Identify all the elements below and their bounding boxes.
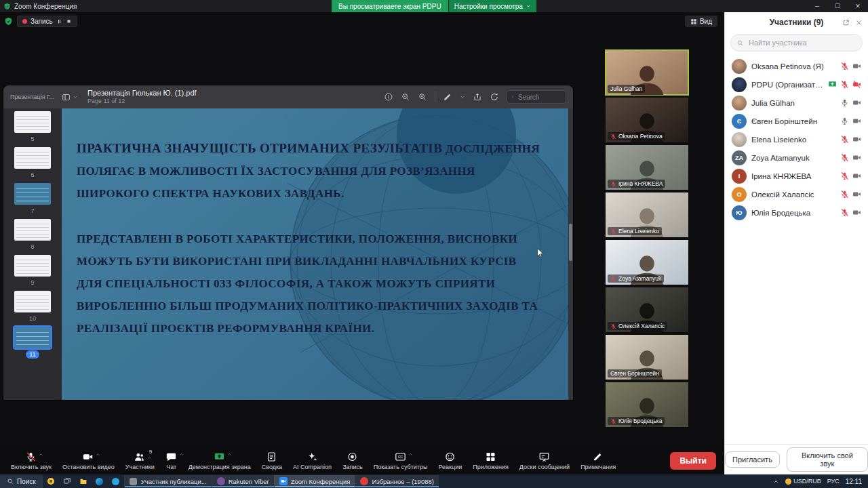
participant-row[interactable]: Elena Liseienko: [725, 130, 868, 148]
camera-icon[interactable]: [852, 171, 861, 180]
camera-icon[interactable]: [852, 62, 861, 70]
whiteboards-button[interactable]: Доски сообщений: [514, 447, 575, 474]
chat-button[interactable]: Чат: [160, 447, 183, 474]
chevron-up-icon[interactable]: [227, 452, 232, 457]
camera-off-icon[interactable]: [852, 80, 861, 89]
camera-icon[interactable]: [852, 135, 861, 144]
close-panel-icon[interactable]: [855, 19, 863, 26]
pdf-scrollbar[interactable]: [568, 108, 573, 400]
video-tile[interactable]: Oksana Petinova: [606, 98, 688, 142]
chevron-down-icon[interactable]: [460, 94, 465, 100]
zoom-in-icon[interactable]: [418, 92, 427, 102]
participant-row[interactable]: PDPU (Организатор): [725, 75, 868, 94]
markup-pen-icon[interactable]: [443, 92, 452, 102]
pdf-search-input[interactable]: [517, 93, 561, 102]
video-tile-active-speaker[interactable]: Julia Gülhan: [606, 50, 688, 95]
chevron-up-icon[interactable]: [39, 452, 43, 457]
camera-icon[interactable]: [852, 153, 861, 162]
taskbar-window-viber[interactable]: Rakuten Viber: [212, 475, 274, 487]
close-button[interactable]: ✕: [848, 0, 868, 12]
file-explorer-icon[interactable]: [75, 474, 92, 488]
participant-row[interactable]: Julia Gülhan: [725, 94, 868, 112]
participant-row[interactable]: ZA Zoya Atamanyuk: [725, 148, 868, 167]
participant-row[interactable]: О Олексій Халапсіс: [725, 185, 868, 203]
chevron-up-icon[interactable]: [96, 452, 100, 457]
camera-icon[interactable]: [852, 190, 861, 199]
participants-button[interactable]: 9 Участники: [120, 447, 160, 474]
page-thumbnail[interactable]: 8: [14, 219, 51, 251]
maximize-button[interactable]: ☐: [827, 0, 848, 12]
tray-expand-icon[interactable]: [773, 479, 779, 485]
mic-off-icon[interactable]: [840, 135, 849, 144]
stop-recording-button[interactable]: [66, 18, 72, 24]
share-screen-button[interactable]: Демонстрация экрана: [183, 447, 256, 474]
mic-icon[interactable]: [840, 117, 849, 125]
page-thumbnail-active[interactable]: 11: [14, 327, 51, 359]
video-tile[interactable]: Юлія Бродецька: [606, 382, 688, 427]
video-tile[interactable]: Олексій Халапсіс: [606, 287, 688, 332]
meeting-info-shield-icon[interactable]: [4, 17, 13, 26]
minimize-button[interactable]: ─: [807, 0, 827, 12]
edge-browser-icon[interactable]: [92, 474, 108, 488]
video-tile[interactable]: Zoya Atamanyuk: [606, 240, 688, 285]
mic-off-icon[interactable]: [840, 80, 849, 89]
video-tile[interactable]: Євген Борінштейн: [606, 335, 688, 380]
taskbar-window-zoom[interactable]: Zoom Конференция: [274, 475, 355, 487]
camera-icon[interactable]: [852, 208, 861, 217]
pause-recording-button[interactable]: [56, 18, 62, 24]
page-thumbnail[interactable]: 10: [14, 291, 51, 323]
notes-button[interactable]: Примечания: [575, 447, 621, 474]
summary-button[interactable]: Сводка: [256, 447, 288, 474]
task-view-icon[interactable]: [59, 474, 75, 488]
page-thumbnail[interactable]: 7: [14, 183, 51, 215]
meeting-security-shield-icon[interactable]: [3, 3, 11, 10]
info-icon[interactable]: [384, 92, 393, 102]
page-thumbnail[interactable]: 5: [14, 111, 51, 143]
apps-button[interactable]: Приложения: [467, 447, 514, 474]
sidebar-toggle-button[interactable]: [62, 93, 78, 102]
ai-companion-button[interactable]: AI Companion: [288, 447, 337, 474]
clock[interactable]: 12:11: [846, 478, 862, 485]
participant-row[interactable]: Є Євген Борінштейн: [725, 112, 868, 130]
chevron-up-icon[interactable]: [147, 455, 152, 460]
participant-search-box[interactable]: [730, 34, 863, 52]
reactions-button[interactable]: Реакции: [433, 447, 467, 474]
widgets-weather-icon[interactable]: [43, 474, 59, 488]
participant-search-input[interactable]: [747, 38, 852, 47]
mic-off-icon[interactable]: [840, 208, 849, 217]
page-thumbnail[interactable]: 6: [14, 147, 51, 179]
share-export-icon[interactable]: [473, 92, 482, 102]
participant-row[interactable]: Oksana Petinova (Я): [725, 57, 868, 75]
video-tile[interactable]: Ірина КНЯЖЕВА: [606, 145, 688, 190]
participant-row[interactable]: І Ірина КНЯЖЕВА: [725, 167, 868, 185]
mic-off-icon[interactable]: [840, 153, 849, 162]
mic-off-icon[interactable]: [840, 171, 849, 180]
stop-video-button[interactable]: Остановить видео: [57, 447, 120, 474]
camera-icon[interactable]: [852, 98, 861, 107]
telegram-icon[interactable]: [108, 474, 124, 488]
mute-button[interactable]: Включить звук: [5, 447, 57, 474]
page-thumbnail[interactable]: 9: [14, 255, 51, 287]
record-button[interactable]: Запись: [337, 447, 368, 474]
scrollbar-thumb[interactable]: [569, 224, 572, 261]
taskbar-window-publisher[interactable]: Участник публикаци...: [124, 475, 212, 487]
taskbar-search[interactable]: Поиск: [0, 474, 43, 488]
taskbar-window-favorites[interactable]: Избранное – (19088): [355, 475, 438, 487]
chevron-up-icon[interactable]: [408, 452, 413, 457]
mic-off-icon[interactable]: [840, 62, 849, 70]
zoom-out-icon[interactable]: [401, 92, 410, 102]
pdf-search-box[interactable]: [507, 90, 566, 104]
mic-icon[interactable]: [840, 98, 849, 107]
language-indicator[interactable]: РУС: [827, 478, 840, 485]
view-options-dropdown[interactable]: Настройки просмотра: [449, 0, 536, 12]
participant-row[interactable]: Ю Юлія Бродецька: [725, 203, 868, 222]
camera-icon[interactable]: [852, 117, 861, 125]
captions-button[interactable]: Показать субтитры: [368, 447, 433, 474]
view-button[interactable]: Вид: [685, 16, 717, 27]
invite-button[interactable]: Пригласить: [725, 451, 780, 468]
leave-button[interactable]: Выйти: [670, 452, 716, 470]
video-tile[interactable]: Elena Liseienko: [606, 192, 688, 237]
currency-widget[interactable]: USD/RUB: [785, 478, 821, 485]
mic-off-icon[interactable]: [840, 190, 849, 199]
popout-icon[interactable]: [842, 19, 850, 26]
